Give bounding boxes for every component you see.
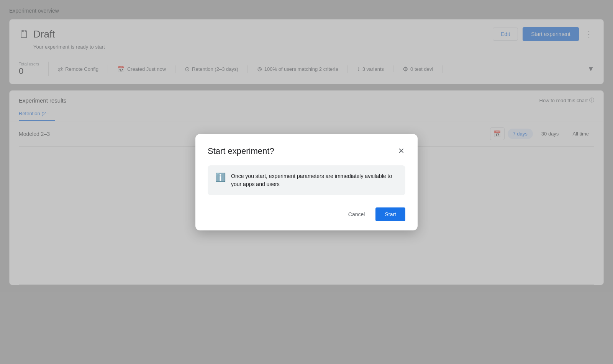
close-icon: ✕ bbox=[398, 147, 405, 155]
start-button[interactable]: Start bbox=[375, 207, 405, 221]
modal-header: Start experiment? ✕ bbox=[208, 146, 405, 156]
modal-title: Start experiment? bbox=[208, 146, 274, 156]
info-icon: ℹ️ bbox=[215, 173, 226, 183]
modal-actions: Cancel Start bbox=[208, 207, 405, 221]
modal-info-box: ℹ️ Once you start, experiment parameters… bbox=[208, 165, 405, 195]
cancel-button[interactable]: Cancel bbox=[341, 207, 373, 221]
modal-close-button[interactable]: ✕ bbox=[397, 146, 405, 155]
modal-info-text: Once you start, experiment parameters ar… bbox=[231, 172, 398, 188]
start-experiment-modal: Start experiment? ✕ ℹ️ Once you start, e… bbox=[195, 134, 418, 230]
